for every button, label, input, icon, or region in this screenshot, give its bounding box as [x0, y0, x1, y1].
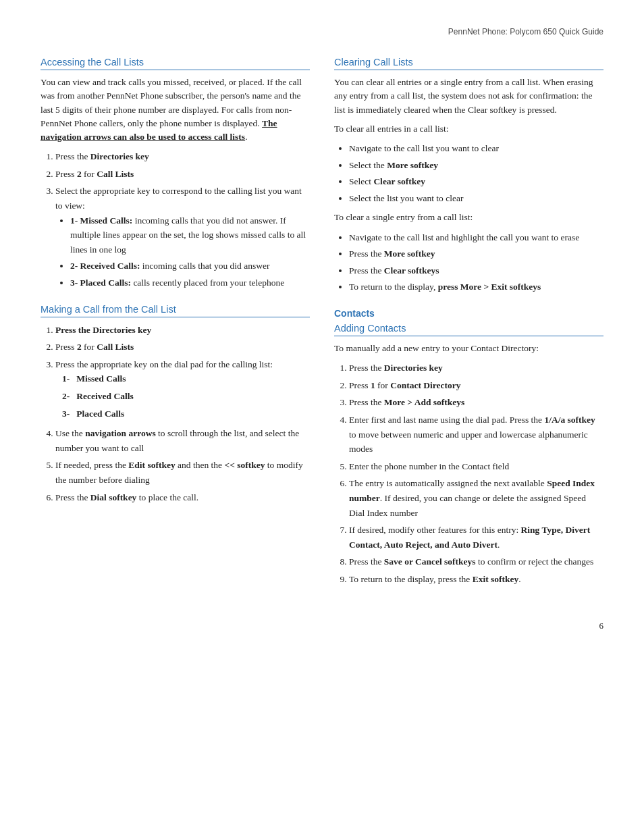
accessing-call-lists-section: Accessing the Call Lists You can view an…: [41, 57, 310, 290]
making-step-4: Use the navigation arrows to scroll thro…: [55, 426, 310, 455]
clear-single-4: To return to the display, press More > E…: [349, 280, 603, 294]
adding-contacts-steps: Press the Directories key Press 1 for Co…: [349, 361, 603, 586]
add-step-9: To return to the display, press the Exit…: [349, 572, 603, 587]
missed-calls-sub: 1- Missed Calls: [62, 371, 310, 386]
add-step-5: Enter the phone number in the Contact fi…: [349, 459, 603, 474]
adding-contacts-title: Adding Contacts: [334, 323, 603, 336]
received-calls-sub: 2- Received Calls: [62, 389, 310, 404]
page-number: 6: [41, 621, 603, 631]
header-title: PennNet Phone: Polycom 650 Quick Guide: [448, 27, 603, 36]
clearing-call-lists-title: Clearing Call Lists: [334, 57, 603, 70]
add-step-7: If desired, modify other features for th…: [349, 523, 603, 552]
clear-single-2: Press the More softkey: [349, 246, 603, 261]
received-calls-item: 2- Received Calls: incoming calls that y…: [70, 259, 310, 273]
making-step-3: Press the appropriate key on the dial pa…: [55, 357, 310, 421]
missed-calls-item: 1- Missed Calls: incoming calls that you…: [70, 213, 310, 257]
clear-all-bullets: Navigate to the call list you want to cl…: [349, 141, 603, 205]
clear-all-4: Select the list you want to clear: [349, 191, 603, 206]
making-step-6: Press the Dial softkey to place the call…: [55, 490, 310, 505]
clear-single-3: Press the Clear softkeys: [349, 263, 603, 278]
accessing-call-type-list: 1- Missed Calls: incoming calls that you…: [70, 213, 310, 290]
right-column: Clearing Call Lists You can clear all en…: [334, 57, 603, 600]
clear-all-label: To clear all entries in a call list:: [334, 122, 603, 136]
clear-all-2: Select the More softkey: [349, 158, 603, 173]
accessing-step-3: Select the appropriate key to correspond…: [55, 184, 310, 290]
clearing-call-lists-section: Clearing Call Lists You can clear all en…: [334, 57, 603, 294]
clear-all-3: Select Clear softkey: [349, 174, 603, 189]
making-step-5: If needed, press the Edit softkey and th…: [55, 458, 310, 487]
accessing-steps-list: Press the Directories key Press 2 for Ca…: [55, 149, 310, 290]
accessing-intro: You can view and track calls you missed,…: [41, 76, 310, 144]
adding-contacts-section: Adding Contacts To manually add a new en…: [334, 323, 603, 587]
add-step-6: The entry is automatically assigned the …: [349, 476, 603, 520]
making-call-steps: Press the Directories key Press 2 for Ca…: [55, 323, 310, 505]
adding-contacts-intro: To manually add a new entry to your Cont…: [334, 342, 603, 355]
placed-calls-item: 3- Placed Calls: calls recently placed f…: [70, 276, 310, 290]
add-step-4: Enter first and last name using the dial…: [349, 413, 603, 457]
accessing-call-lists-title: Accessing the Call Lists: [41, 57, 310, 70]
clear-single-bullets: Navigate to the call list and highlight …: [349, 230, 603, 294]
clear-single-label: To clear a single entry from a call list…: [334, 211, 603, 224]
clear-single-1: Navigate to the call list and highlight …: [349, 230, 603, 245]
add-step-8: Press the Save or Cancel softkeys to con…: [349, 554, 603, 569]
making-call-title: Making a Call from the Call List: [41, 304, 310, 317]
making-step-1: Press the Directories key: [55, 323, 310, 338]
page-header: PennNet Phone: Polycom 650 Quick Guide: [41, 27, 603, 36]
placed-calls-sub: 3- Placed Calls: [62, 407, 310, 421]
making-call-section: Making a Call from the Call List Press t…: [41, 304, 310, 505]
clear-all-1: Navigate to the call list you want to cl…: [349, 141, 603, 156]
call-type-sublist: 1- Missed Calls 2- Received Calls 3- Pla…: [62, 371, 310, 421]
making-step-2: Press 2 for Call Lists: [55, 340, 310, 355]
accessing-step-1: Press the Directories key: [55, 149, 310, 164]
add-step-1: Press the Directories key: [349, 361, 603, 375]
add-step-3: Press the More > Add softkeys: [349, 395, 603, 410]
clearing-intro: You can clear all entries or a single en…: [334, 76, 603, 117]
add-step-2: Press 1 for Contact Directory: [349, 378, 603, 393]
left-column: Accessing the Call Lists You can view an…: [41, 57, 310, 600]
accessing-step-2: Press 2 for Call Lists: [55, 167, 310, 182]
contacts-label: Contacts: [334, 308, 603, 319]
